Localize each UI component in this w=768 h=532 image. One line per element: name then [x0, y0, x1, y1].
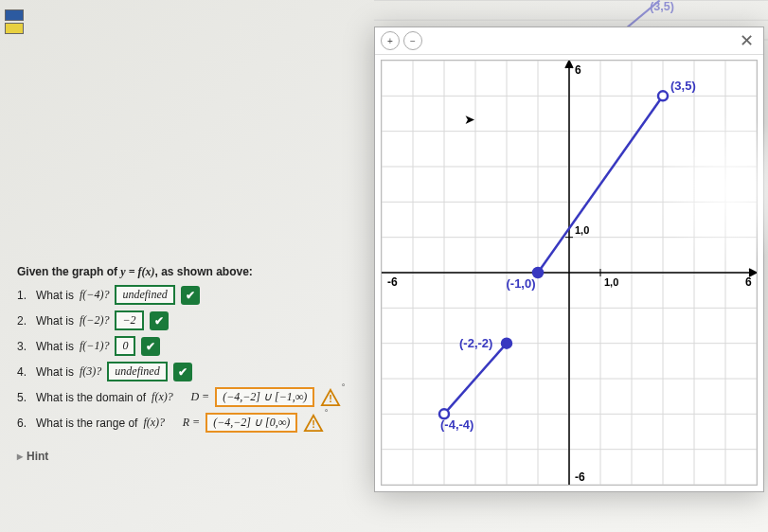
graph-toolbar: + − ✕ — [375, 27, 763, 55]
graph-popup: + − ✕ -666-61,01,0(-4,-4)(-2,-2)(-1,0)(3… — [374, 27, 764, 492]
intro-suffix: , as shown above: — [155, 265, 253, 278]
side-markers — [5, 9, 24, 36]
q4-num: 4. — [17, 365, 30, 379]
svg-text:!: ! — [330, 393, 333, 404]
question-2: 2. What is f(−2)? −2 ✔ — [17, 310, 341, 330]
intro-text: Given the graph of y = f(x), as shown ab… — [17, 265, 341, 279]
q4-prompt-b: f(3)? — [80, 364, 101, 379]
check-icon: ✔ — [181, 286, 200, 305]
intro-equation: y = f(x) — [120, 265, 154, 278]
svg-text:(3,5): (3,5) — [670, 79, 696, 93]
q6-prompt-b: f(x)? — [143, 416, 165, 430]
q3-num: 3. — [17, 340, 30, 353]
question-5: 5. What is the domain of f(x)? D = (−4,−… — [17, 387, 341, 407]
close-icon[interactable]: ✕ — [736, 30, 758, 51]
q3-prompt-a: What is — [36, 340, 74, 353]
warning-icon: ! ° — [320, 388, 341, 407]
q1-prompt-a: What is — [36, 289, 74, 302]
zoom-in-icon[interactable]: + — [381, 31, 400, 50]
side-mark-blue — [5, 9, 24, 21]
svg-text:(-2,-2): (-2,-2) — [459, 336, 492, 350]
question-4: 4. What is f(3)? undefined ✔ — [17, 362, 341, 381]
svg-text:(-1,0): (-1,0) — [506, 276, 535, 291]
q6-lhs: R = — [183, 416, 200, 430]
svg-text:(-4,-4): (-4,-4) — [440, 417, 473, 432]
q2-prompt-a: What is — [36, 314, 74, 328]
q1-num: 1. — [17, 289, 30, 302]
check-icon: ✔ — [173, 363, 192, 381]
question-1: 1. What is f(−4)? undefined ✔ — [17, 285, 341, 305]
q5-answer[interactable]: (−4,−2] ∪ [−1,∞) — [215, 387, 314, 407]
svg-text:1,0: 1,0 — [604, 276, 618, 288]
intro-prefix: Given the graph of — [17, 265, 120, 278]
q5-prompt-b: f(x)? — [152, 390, 173, 404]
q5-lhs: D = — [190, 390, 209, 404]
question-6: 6. What is the range of f(x)? R = (−4,−2… — [17, 413, 341, 433]
q6-num: 6. — [17, 417, 30, 430]
svg-text:-6: -6 — [387, 275, 398, 289]
svg-point-45 — [502, 339, 511, 348]
q5-prompt-a: What is the domain of — [36, 391, 146, 404]
svg-text:6: 6 — [575, 63, 581, 77]
svg-text:-6: -6 — [575, 470, 585, 484]
hint-toggle[interactable]: ▸Hint — [17, 450, 341, 463]
q3-answer[interactable]: 0 — [115, 336, 135, 356]
q3-prompt-b: f(−1)? — [80, 339, 109, 353]
q2-answer[interactable]: −2 — [115, 310, 143, 330]
svg-text:!: ! — [312, 418, 315, 430]
question-3: 3. What is f(−1)? 0 ✔ — [17, 336, 341, 356]
svg-text:1,0: 1,0 — [575, 224, 589, 236]
hint-label: Hint — [27, 450, 48, 463]
chevron-right-icon: ▸ — [17, 450, 23, 463]
side-mark-yellow — [5, 23, 24, 34]
q6-prompt-a: What is the range of — [36, 417, 137, 430]
svg-point-50 — [658, 91, 668, 100]
q1-prompt-b: f(−4)? — [80, 288, 109, 302]
check-icon: ✔ — [141, 337, 160, 356]
zoom-out-icon[interactable]: − — [403, 31, 422, 50]
svg-text:6: 6 — [745, 275, 752, 289]
question-list: Given the graph of y = f(x), as shown ab… — [17, 265, 341, 463]
q4-prompt-a: What is — [36, 365, 74, 379]
q4-answer[interactable]: undefined — [107, 362, 167, 381]
q2-num: 2. — [17, 314, 30, 328]
q1-answer[interactable]: undefined — [115, 285, 174, 305]
q6-answer[interactable]: (−4,−2] ∪ [0,∞) — [205, 413, 297, 433]
q2-prompt-b: f(−2)? — [80, 313, 109, 328]
graph-canvas[interactable]: -666-61,01,0(-4,-4)(-2,-2)(-1,0)(3,5) — [381, 60, 758, 486]
warning-icon: ! ° — [303, 414, 324, 433]
q5-num: 5. — [17, 391, 30, 404]
check-icon: ✔ — [150, 311, 169, 330]
